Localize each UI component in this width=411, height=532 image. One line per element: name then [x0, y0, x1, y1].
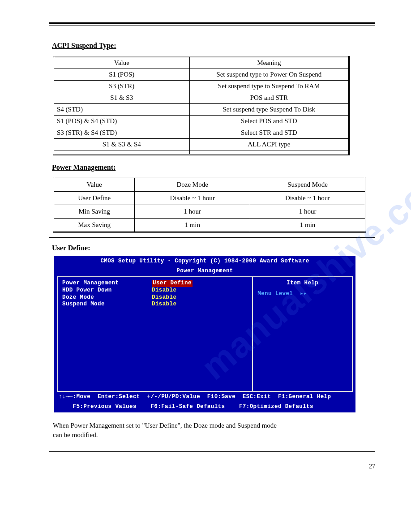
bios-footer-2: F5:Previous Values F6:Fail-Safe Defaults…	[54, 403, 355, 412]
pm-d-2: 1 min	[135, 219, 250, 232]
pm-col-doze: Doze Mode	[135, 178, 250, 192]
bios-item-0-label[interactable]: Power Management	[62, 280, 152, 287]
acpi-meaning-5: Select STR and STD	[189, 127, 349, 139]
bios-title-2: Power Management	[54, 266, 355, 276]
pm-v-0: User Define	[54, 192, 135, 205]
bios-screenshot: CMOS Setup Utility - Copyright (C) 1984-…	[54, 256, 356, 413]
acpi-meaning-4: Select POS and STD	[189, 116, 349, 127]
section-ud-title: User Define:	[52, 244, 375, 252]
acpi-col-value: Value	[54, 57, 190, 69]
acpi-value-2: S1 & S3	[54, 92, 190, 104]
pm-description: When Power Management set to "User Defin…	[53, 421, 375, 440]
pm-v-1: Min Saving	[54, 205, 135, 219]
acpi-meaning-3: Set suspend type Suspend To Disk	[189, 104, 349, 116]
acpi-meaning-6: ALL ACPI type	[189, 139, 349, 150]
top-rule	[49, 22, 375, 26]
bios-right-pane: Item Help Menu Level ▸▸	[252, 276, 353, 392]
acpi-meaning-1: Set suspend type to Suspend To RAM	[189, 81, 349, 92]
bios-title-1: CMOS Setup Utility - Copyright (C) 1984-…	[54, 256, 355, 266]
section-pm-title: Power Management:	[52, 163, 375, 172]
chevron-right-icon: ▸▸	[300, 291, 307, 297]
acpi-value-4: S1 (POS) & S4 (STD)	[54, 116, 190, 127]
bios-left-pane: Power Management User Define HDD Power D…	[57, 276, 252, 392]
bios-item-2-value: Disable	[152, 294, 176, 301]
acpi-value-1: S3 (STR)	[54, 81, 190, 92]
pm-v-2: Max Saving	[54, 219, 135, 232]
bios-item-2-label[interactable]: Doze Mode	[62, 294, 152, 301]
pm-s-2: 1 min	[250, 219, 366, 232]
separator-rule	[49, 237, 375, 238]
pm-s-0: Disable ~ 1 hour	[250, 192, 366, 205]
bios-item-1-value: Disable	[152, 287, 176, 294]
acpi-meaning-0: Set suspend type to Power On Suspend	[189, 69, 349, 81]
acpi-value-7	[54, 150, 190, 155]
bios-item-3-label[interactable]: Suspend Mode	[62, 301, 152, 308]
section-acpi-title: ACPI Suspend Type:	[52, 42, 375, 50]
pm-d-1: 1 hour	[135, 205, 250, 219]
acpi-value-5: S3 (STR) & S4 (STD)	[54, 127, 190, 139]
pm-col-value: Value	[54, 178, 135, 192]
bios-footer-1: ↑↓→←:Move Enter:Select +/-/PU/PD:Value F…	[54, 393, 355, 403]
page-number: 27	[49, 463, 375, 470]
bios-item-1-label[interactable]: HDD Power Down	[62, 287, 152, 294]
bios-help-title: Item Help	[257, 280, 347, 287]
acpi-value-0: S1 (POS)	[54, 69, 190, 81]
bios-item-0-value: User Define	[152, 280, 193, 287]
acpi-col-meaning: Meaning	[189, 57, 349, 69]
bios-menu-level: Menu Level	[257, 291, 293, 297]
pm-table: Value Doze Mode Suspend Mode User Define…	[53, 177, 366, 233]
bios-item-3-value: Disable	[152, 301, 176, 308]
acpi-meaning-2: POS and STR	[189, 92, 349, 104]
acpi-value-3: S4 (STD)	[54, 104, 190, 116]
acpi-table: Value Meaning S1 (POS) Set suspend type …	[53, 56, 350, 155]
bottom-rule	[49, 451, 375, 452]
pm-col-suspend: Suspend Mode	[250, 178, 366, 192]
pm-s-1: 1 hour	[250, 205, 366, 219]
pm-d-0: Disable ~ 1 hour	[135, 192, 250, 205]
acpi-meaning-7	[189, 150, 349, 155]
acpi-value-6: S1 & S3 & S4	[54, 139, 190, 150]
